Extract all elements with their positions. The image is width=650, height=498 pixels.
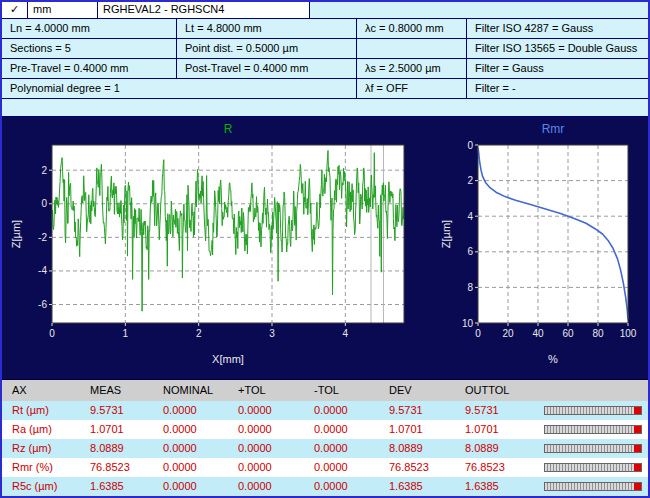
result-row-rz[interactable]: Rz (µm) 8.0889 0.0000 0.0000 0.0000 8.08… [2,439,648,458]
cell-nominal: 0.0000 [153,439,228,458]
svg-text:-4: -4 [38,265,47,276]
tolerance-marker-red [634,464,641,471]
param-ln: Ln = 4.0000 mm [2,19,177,39]
cell-meas: 1.6385 [80,477,153,496]
result-row-rt[interactable]: Rt (µm) 9.5731 0.0000 0.0000 0.0000 9.57… [2,401,648,420]
svg-text:-2: -2 [38,232,47,243]
cell-ax: Ra (µm) [2,420,80,439]
results-header-row: AX MEAS NOMINAL +TOL -TOL DEV OUTTOL [2,380,648,401]
cell-ptol: 0.0000 [228,401,304,420]
cell-outtol: 1.0701 [455,420,533,439]
profile-chart: R 0123420-2-4-6 X[mm] Z[µm] [6,119,414,367]
svg-text:0: 0 [467,140,473,151]
svg-text:2: 2 [41,165,47,176]
rmr-chart-title: Rmr [464,119,642,139]
app-window: ✓ mm RGHEVAL2 - RGHSCN4 Ln = 4.0000 mm L… [0,0,650,498]
cell-nominal: 0.0000 [153,420,228,439]
param-lambda-f: λf = OFF [357,79,467,99]
unit-field[interactable]: mm [28,2,98,18]
parameter-panel: ✓ mm RGHEVAL2 - RGHSCN4 Ln = 4.0000 mm L… [2,2,648,117]
param-empty-cell [357,39,467,59]
confirm-check-button[interactable]: ✓ [2,2,28,18]
parameter-grid: Ln = 4.0000 mm Lt = 4.8000 mm λc = 0.800… [2,19,648,99]
profile-chart-title: R [42,119,414,139]
cell-ntol: 0.0000 [304,420,379,439]
svg-text:4: 4 [467,211,473,222]
cell-ntol: 0.0000 [304,477,379,496]
header-dev: DEV [379,380,455,401]
result-row-ra[interactable]: Ra (µm) 1.0701 0.0000 0.0000 0.0000 1.07… [2,420,648,439]
svg-text:0: 0 [41,198,47,209]
cell-dev: 76.8523 [379,458,455,477]
svg-text:80: 80 [592,328,604,339]
tolerance-bar [544,444,642,453]
cell-dev: 9.5731 [379,401,455,420]
rmr-plot[interactable]: 0204060801000246810 [438,139,642,349]
svg-text:-6: -6 [38,299,47,310]
cell-outtol: 9.5731 [455,401,533,420]
svg-text:100: 100 [620,328,637,339]
cell-ax: Rz (µm) [2,439,80,458]
cell-ptol: 0.0000 [228,439,304,458]
svg-text:3: 3 [269,328,275,339]
cell-outtol: 1.6385 [455,477,533,496]
param-pre-travel: Pre-Travel = 0.4000 mm [2,59,177,79]
param-lambda-c: λc = 0.8000 mm [357,19,467,39]
rmr-yaxis-label: Z[µm] [440,220,452,248]
tolerance-marker-red [634,407,641,414]
header-ax: AX [2,380,80,401]
tolerance-marker-red [634,426,641,433]
header-tolbar-spacer [533,380,648,401]
cell-tolbar [533,458,648,477]
svg-text:40: 40 [532,328,544,339]
header-ptol: +TOL [228,380,304,401]
svg-text:2: 2 [467,175,473,186]
param-point-dist: Point dist. = 0.5000 µm [177,39,357,59]
cell-outtol: 8.0889 [455,439,533,458]
rmr-chart: Rmr 0204060801000246810 % Z[µm] [438,119,642,367]
param-filter-iso-4287: Filter ISO 4287 = Gauss [467,19,648,39]
svg-text:8: 8 [467,282,473,293]
cell-meas: 1.0701 [80,420,153,439]
toolbar-row: ✓ mm RGHEVAL2 - RGHSCN4 [2,2,648,19]
tolerance-bar [544,406,642,415]
cell-ax: R5c (µm) [2,477,80,496]
cell-ax: Rt (µm) [2,401,80,420]
svg-text:0: 0 [49,328,55,339]
cell-ptol: 0.0000 [228,458,304,477]
chart-area: R 0123420-2-4-6 X[mm] Z[µm] Rmr 02040608… [2,117,648,380]
result-row-rmr[interactable]: Rmr (%) 76.8523 0.0000 0.0000 0.0000 76.… [2,458,648,477]
svg-text:1: 1 [123,328,129,339]
cell-outtol: 76.8523 [455,458,533,477]
cell-tolbar [533,401,648,420]
svg-text:4: 4 [343,328,349,339]
tolerance-bar [544,463,642,472]
cell-dev: 8.0889 [379,439,455,458]
cell-ptol: 0.0000 [228,477,304,496]
param-lambda-s: λs = 2.5000 µm [357,59,467,79]
svg-text:6: 6 [467,246,473,257]
toolbar-spacer [310,2,648,18]
tolerance-marker-red [634,445,641,452]
header-outtol: OUTTOL [455,380,533,401]
header-ntol: -TOL [304,380,379,401]
svg-text:60: 60 [562,328,574,339]
cell-ptol: 0.0000 [228,420,304,439]
cell-dev: 1.6385 [379,477,455,496]
cell-meas: 8.0889 [80,439,153,458]
profile-plot[interactable]: 0123420-2-4-6 [6,139,414,349]
scan-title-field[interactable]: RGHEVAL2 - RGHSCN4 [98,2,310,18]
param-polynomial-degree: Polynomial degree = 1 [2,79,357,99]
cell-ntol: 0.0000 [304,439,379,458]
param-filter-iso-13565: Filter ISO 13565 = Double Gauss [467,39,648,59]
result-row-r5c[interactable]: R5c (µm) 1.6385 0.0000 0.0000 0.0000 1.6… [2,477,648,496]
rmr-xaxis-label: % [464,353,642,367]
svg-text:10: 10 [462,318,474,329]
param-lt: Lt = 4.8000 mm [177,19,357,39]
param-filter-dash: Filter = - [467,79,648,99]
cell-ntol: 0.0000 [304,401,379,420]
profile-yaxis-label: Z[µm] [10,220,22,248]
header-nominal: NOMINAL [153,380,228,401]
cell-tolbar [533,420,648,439]
cell-tolbar [533,439,648,458]
